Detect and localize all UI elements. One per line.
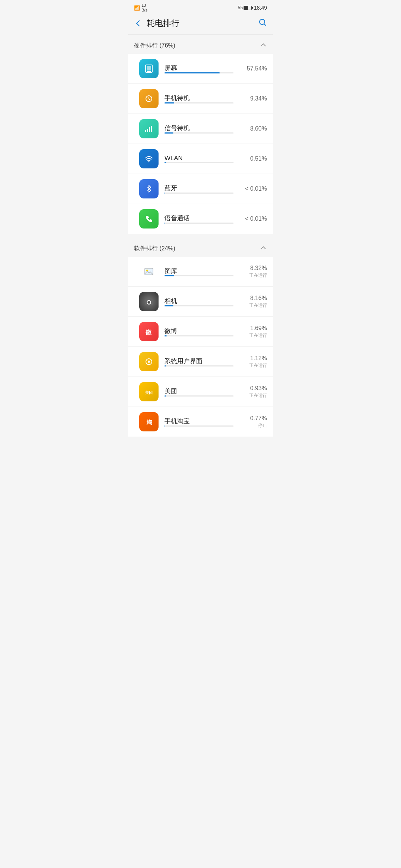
item-info: 屏幕 xyxy=(164,64,234,73)
item-name: 系统用户界面 xyxy=(164,358,202,365)
item-name: 蓝牙 xyxy=(164,185,177,192)
app-icon xyxy=(139,292,159,311)
progress-bar-bg xyxy=(164,395,234,397)
progress-bar xyxy=(164,425,165,427)
hardware-section-header[interactable]: 硬件排行 (76%) xyxy=(128,34,273,54)
app-icon xyxy=(139,262,159,281)
list-item[interactable]: 屏幕57.54% xyxy=(128,54,273,84)
progress-bar xyxy=(164,395,166,397)
svg-rect-10 xyxy=(145,268,153,275)
list-item[interactable]: 淘手机淘宝0.77%停止 xyxy=(128,407,273,437)
battery-fill xyxy=(244,6,248,10)
svg-rect-6 xyxy=(147,129,148,132)
list-item[interactable]: 系统用户界面1.12%正在运行 xyxy=(128,347,273,377)
progress-bar xyxy=(164,223,165,224)
item-percent: 9.34% xyxy=(250,95,267,102)
app-icon: 淘 xyxy=(139,412,159,431)
item-info: 美团 xyxy=(164,387,234,397)
item-percent: 0.93% xyxy=(250,385,267,391)
progress-bar-bg xyxy=(164,162,234,163)
item-status: 正在运行 xyxy=(237,362,267,369)
item-right: 8.60% xyxy=(237,125,267,132)
item-info: 系统用户界面 xyxy=(164,357,234,366)
page-title: 耗电排行 xyxy=(147,18,258,29)
app-icon xyxy=(139,59,159,78)
time-display: 18:49 xyxy=(254,5,267,11)
app-icon: 微 xyxy=(139,322,159,341)
battery-indicator: 55 xyxy=(238,5,252,10)
item-status: 正在运行 xyxy=(237,332,267,339)
list-item[interactable]: 信号待机8.60% xyxy=(128,114,273,144)
item-status: 正在运行 xyxy=(237,302,267,309)
progress-bar-bg xyxy=(164,102,234,103)
progress-bar-bg xyxy=(164,193,234,194)
item-name: 信号待机 xyxy=(164,125,190,132)
svg-text:美团: 美团 xyxy=(145,390,153,395)
list-item[interactable]: 美团美团0.93%正在运行 xyxy=(128,377,273,407)
item-right: 0.51% xyxy=(237,155,267,162)
item-percent: < 0.01% xyxy=(245,216,267,222)
item-percent: 8.60% xyxy=(250,125,267,132)
item-name: 相机 xyxy=(164,297,177,305)
signal-icon: 📶 xyxy=(134,5,140,11)
list-item[interactable]: 图库8.32%正在运行 xyxy=(128,257,273,287)
software-collapse-icon xyxy=(260,244,267,253)
item-info: 图库 xyxy=(164,267,234,276)
software-section-title: 软件排行 (24%) xyxy=(134,245,175,253)
item-name: 语音通话 xyxy=(164,215,190,222)
item-info: WLAN xyxy=(164,155,234,163)
progress-bar xyxy=(164,193,165,194)
item-status: 正在运行 xyxy=(237,272,267,279)
item-right: < 0.01% xyxy=(237,185,267,192)
item-right: 8.32%正在运行 xyxy=(237,265,267,279)
item-name: 微博 xyxy=(164,328,177,335)
back-button[interactable] xyxy=(134,19,142,27)
svg-point-9 xyxy=(149,161,150,162)
item-info: 蓝牙 xyxy=(164,184,234,194)
app-icon: 美团 xyxy=(139,382,159,401)
progress-bar xyxy=(164,335,167,336)
item-name: 屏幕 xyxy=(164,65,177,72)
list-item[interactable]: 相机8.16%正在运行 xyxy=(128,287,273,317)
item-name: 手机待机 xyxy=(164,95,190,102)
progress-bar-bg xyxy=(164,425,234,427)
item-info: 手机待机 xyxy=(164,94,234,103)
list-item[interactable]: 手机待机9.34% xyxy=(128,84,273,114)
progress-bar xyxy=(164,132,173,134)
item-percent: 0.51% xyxy=(250,155,267,162)
item-name: 美团 xyxy=(164,388,177,395)
progress-bar-bg xyxy=(164,223,234,224)
svg-point-18 xyxy=(148,361,150,363)
list-item[interactable]: 蓝牙< 0.01% xyxy=(128,174,273,204)
list-item[interactable]: WLAN0.51% xyxy=(128,144,273,174)
item-percent: 8.16% xyxy=(250,295,267,301)
progress-bar-bg xyxy=(164,305,234,306)
svg-text:淘: 淘 xyxy=(146,419,152,425)
item-info: 手机淘宝 xyxy=(164,417,234,427)
item-info: 微博 xyxy=(164,327,234,336)
svg-rect-8 xyxy=(151,126,152,132)
status-left: 📶 13 B/s xyxy=(134,3,147,13)
progress-bar xyxy=(164,275,174,276)
progress-bar xyxy=(164,72,220,73)
item-name: WLAN xyxy=(164,155,183,162)
progress-bar-bg xyxy=(164,72,234,73)
progress-bar-bg xyxy=(164,335,234,336)
software-section-header[interactable]: 软件排行 (24%) xyxy=(128,237,273,257)
item-right: 1.12%正在运行 xyxy=(237,355,267,369)
search-button[interactable] xyxy=(258,18,267,29)
item-right: 0.93%正在运行 xyxy=(237,385,267,399)
item-right: 8.16%正在运行 xyxy=(237,295,267,309)
hardware-section-title: 硬件排行 (76%) xyxy=(134,42,175,50)
list-item[interactable]: 语音通话< 0.01% xyxy=(128,204,273,234)
item-right: < 0.01% xyxy=(237,216,267,222)
item-info: 相机 xyxy=(164,297,234,306)
list-item[interactable]: 微微博1.69%正在运行 xyxy=(128,317,273,347)
svg-point-15 xyxy=(149,302,150,303)
svg-rect-7 xyxy=(149,127,150,132)
hardware-collapse-icon xyxy=(260,41,267,50)
item-status: 正在运行 xyxy=(237,392,267,399)
item-status: 停止 xyxy=(237,423,267,429)
battery-percent: 55 xyxy=(238,5,243,10)
item-percent: 57.54% xyxy=(247,65,267,72)
